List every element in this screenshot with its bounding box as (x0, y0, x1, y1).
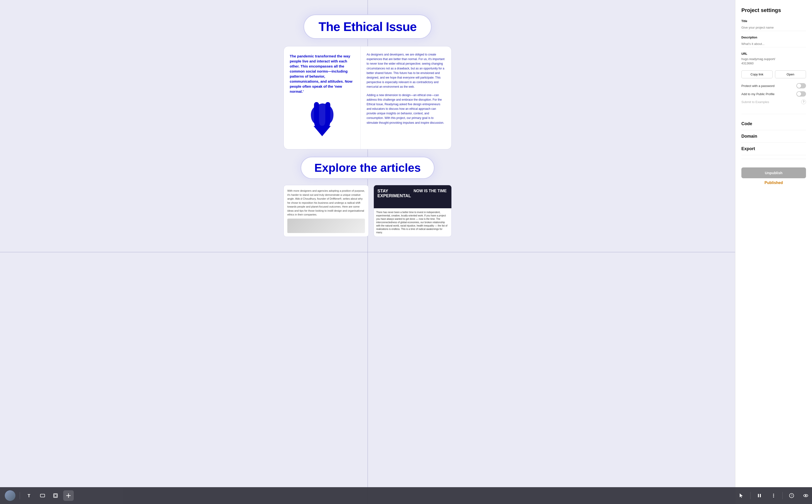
svg-rect-9 (760, 494, 761, 497)
card-left-text: The pandemic transformed the way people … (290, 54, 354, 94)
content-card: The pandemic transformed the way people … (283, 46, 452, 149)
article-right-heading2: NOW IS THE TIME (414, 189, 448, 193)
submit-help-icon[interactable]: ? (801, 99, 806, 104)
svg-marker-7 (740, 493, 743, 498)
title-field-label: Title (741, 19, 806, 23)
title-field-group: Title (741, 19, 806, 31)
description-field-group: Description (741, 36, 806, 47)
submit-row: Submit to Examples ? (741, 99, 806, 104)
help-icon: ? (789, 493, 794, 498)
svg-marker-0 (314, 126, 331, 136)
card-left: The pandemic transformed the way people … (284, 46, 361, 149)
domain-section-link[interactable]: Domain (741, 130, 806, 143)
url-label: URL (741, 52, 806, 55)
svg-point-12 (773, 497, 774, 498)
password-toggle-row: Protect with a password (741, 83, 806, 88)
article-right-heading1: STAY EXPERIMENTAL (377, 189, 412, 198)
explore-label: Explore the articles (314, 161, 421, 174)
svg-rect-8 (758, 494, 759, 497)
action-buttons-row: Copy link Open (741, 70, 806, 78)
profile-toggle[interactable] (796, 91, 806, 97)
password-toggle-label: Protect with a password (741, 84, 775, 88)
layers-tool-button[interactable] (50, 490, 61, 501)
description-field-label: Description (741, 36, 806, 39)
preview-button[interactable] (800, 490, 811, 501)
submit-label: Submit to Examples (741, 100, 769, 104)
text-tool-icon: T (27, 493, 32, 498)
right-toolbar-separator-2 (782, 492, 783, 499)
frame-tool-icon (40, 493, 45, 498)
eye-icon (803, 493, 808, 498)
code-label: Code (741, 121, 752, 126)
svg-text:?: ? (791, 494, 793, 498)
avatar-image (5, 490, 15, 501)
svg-point-11 (773, 495, 774, 496)
page-title: The Ethical Issue (319, 19, 417, 34)
divider-2 (741, 159, 806, 159)
svg-point-10 (773, 494, 774, 495)
text-tool-button[interactable]: T (24, 490, 35, 501)
right-toolbar: ? (735, 487, 812, 504)
profile-toggle-label: Add to my Public Profile (741, 92, 775, 96)
svg-point-16 (805, 495, 806, 496)
export-label: Export (741, 146, 755, 151)
articles-preview: With more designers and agencies adoptin… (283, 185, 452, 237)
article-right: STAY EXPERIMENTAL NOW IS THE TIME There … (374, 185, 452, 237)
code-section-link[interactable]: Code (741, 118, 806, 130)
article-right-top: STAY EXPERIMENTAL NOW IS THE TIME (374, 185, 451, 208)
url-group: URL hugo.readymag.support/4313660 (741, 52, 806, 66)
card-right-p2: Adding a new dimension to design—an ethi… (367, 93, 445, 125)
svg-rect-2 (40, 494, 45, 497)
card-right: As designers and developers, we are obli… (361, 46, 451, 149)
copy-link-button[interactable]: Copy link (741, 70, 773, 78)
add-tool-button[interactable] (63, 490, 74, 501)
explore-pill[interactable]: Explore the articles (301, 157, 435, 179)
title-pill[interactable]: The Ethical Issue (303, 14, 432, 39)
add-icon (66, 493, 71, 498)
article-left-text: With more designers and agencies adoptin… (287, 189, 365, 217)
right-panel: Project settings Title Description URL h… (735, 0, 812, 504)
pause-button[interactable] (754, 490, 765, 501)
frame-tool-button[interactable] (37, 490, 48, 501)
card-right-p1: As designers and developers, we are obli… (367, 52, 445, 89)
url-value: hugo.readymag.support/4313660 (741, 57, 806, 66)
toolbar-separator-1 (20, 492, 20, 499)
open-button[interactable]: Open (775, 70, 806, 78)
help-button[interactable]: ? (786, 490, 797, 501)
svg-rect-4 (54, 494, 57, 497)
down-arrow-icon (303, 101, 341, 140)
bottom-toolbar: T (0, 487, 735, 504)
article-left: With more designers and agencies adoptin… (283, 185, 369, 237)
cursor-tool-button[interactable] (736, 490, 747, 501)
svg-text:T: T (28, 493, 30, 498)
pause-icon (757, 493, 762, 498)
unpublish-button[interactable]: Unpublish (741, 167, 806, 178)
cursor-icon (739, 493, 744, 498)
profile-toggle-row: Add to my Public Profile (741, 91, 806, 97)
avatar[interactable] (5, 490, 15, 501)
article-image (287, 219, 365, 233)
domain-label: Domain (741, 134, 757, 139)
export-section-link[interactable]: Export (741, 143, 806, 155)
password-toggle[interactable] (796, 83, 806, 88)
panel-title: Project settings (741, 7, 806, 13)
title-input[interactable] (741, 24, 806, 31)
description-input[interactable] (741, 41, 806, 47)
article-right-body: There has never been a better time to in… (374, 208, 451, 237)
menu-button[interactable] (768, 490, 779, 501)
canvas-area: The Ethical Issue The pandemic transform… (0, 0, 735, 504)
layers-tool-icon (53, 493, 58, 498)
published-status: Published (741, 181, 806, 185)
menu-icon (771, 493, 776, 498)
